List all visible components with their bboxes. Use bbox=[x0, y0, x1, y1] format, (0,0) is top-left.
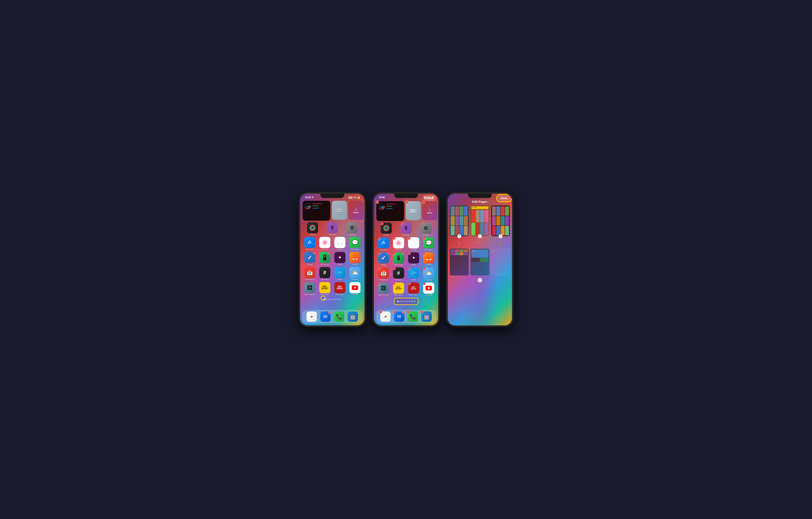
minus-settings-2[interactable] bbox=[420, 223, 423, 225]
minus-photos-2[interactable] bbox=[393, 237, 396, 240]
app-firefox-1[interactable]: 🦊 Firefox bbox=[348, 252, 362, 266]
page-thumb-2-3[interactable]: Something... bbox=[470, 205, 489, 236]
battery-icon-1: ▓ bbox=[358, 196, 359, 199]
minus-fantastical-2[interactable] bbox=[378, 268, 380, 270]
app-podcasts-2[interactable]: 🎙 Podcasts bbox=[401, 223, 412, 236]
app-whatsapp-2[interactable]: 📱 1 WhatsApp bbox=[392, 252, 406, 266]
app-messages-1[interactable]: 💬 Messages bbox=[348, 237, 362, 250]
minus-bbcnews-2[interactable] bbox=[408, 282, 411, 285]
health-fitness-widget-1[interactable]: Health & Fitness bbox=[332, 201, 347, 220]
dock-safari-2[interactable] bbox=[380, 311, 390, 322]
page-thumb-5-3[interactable]: Twitter Recent tweets... bbox=[470, 249, 489, 276]
minus-things-2[interactable] bbox=[378, 252, 380, 255]
app-youtube-2[interactable]: YouTube bbox=[422, 282, 436, 296]
app-things-1[interactable]: ✓ 3 Things bbox=[302, 252, 317, 266]
done-button-2[interactable]: Done bbox=[424, 196, 435, 200]
app-bbcsport-2[interactable]: BBCSPORT BBC Sport bbox=[392, 282, 406, 296]
fitness-widget-1[interactable]: 129/440KCAL 2/30MIN 5/12HRS bbox=[302, 201, 330, 221]
dock-tweetbot-1[interactable]: 🤖 bbox=[348, 311, 358, 322]
minus-whatsapp-2[interactable] bbox=[393, 252, 396, 255]
app-icon-youtube-1 bbox=[349, 282, 360, 293]
app-gmail-2[interactable]: Gmail bbox=[406, 237, 421, 251]
app-name-settings-2: Settings bbox=[423, 234, 429, 236]
minus-youtube-2[interactable] bbox=[423, 282, 426, 285]
app-weather-2[interactable]: ⛅ Weather bbox=[422, 268, 436, 281]
app-firefox-2[interactable]: 🦊 Firefox bbox=[422, 252, 436, 266]
app-podcasts-1[interactable]: 🎙 Podcasts bbox=[327, 222, 338, 236]
hf-widget-2[interactable]: Health & Fitness bbox=[406, 201, 421, 220]
app-twitter-1[interactable]: 🐦 Twitter bbox=[333, 267, 347, 280]
app-photos-2[interactable]: 🌸 Photos bbox=[392, 237, 406, 251]
minus-appleframes-2[interactable] bbox=[378, 282, 380, 285]
app-fitness-1[interactable]: Fitness bbox=[307, 222, 318, 236]
dock-phone-2[interactable]: 📞 bbox=[408, 311, 418, 322]
dock-safari-1[interactable] bbox=[307, 311, 317, 322]
app-appstore-2[interactable]: App Store bbox=[376, 237, 390, 251]
page-thumb-4-3[interactable] bbox=[450, 249, 469, 276]
app-weather-1[interactable]: ⛅ Weather bbox=[348, 267, 362, 280]
minus-safari-2[interactable] bbox=[379, 310, 382, 313]
minus-messages-2[interactable] bbox=[423, 237, 426, 240]
app-bbcsport-1[interactable]: BBCSPORT BBC Sport bbox=[318, 282, 332, 296]
minus-twitter-2[interactable] bbox=[408, 268, 411, 270]
dot-4-2 bbox=[404, 301, 406, 302]
app-icon-photos-1: 🌸 bbox=[319, 237, 330, 248]
music-widget-1[interactable]: ♪ Music bbox=[349, 201, 364, 220]
minus-tweetbot-2[interactable] bbox=[420, 310, 423, 313]
app-things-2[interactable]: ✓ 3 Things bbox=[376, 252, 390, 266]
app-bbcnews-2[interactable]: BBCNEWS BBC News bbox=[406, 282, 421, 296]
fitness-widget-2[interactable]: 129/440KCAL 2/30MIN 5/12HRS bbox=[376, 201, 404, 221]
minus-machash-2[interactable] bbox=[393, 268, 396, 270]
app-twitter-2[interactable]: 🐦 Twitter bbox=[406, 268, 421, 281]
page-thumb-3-3[interactable]: ✓ bbox=[491, 205, 510, 236]
app-appleframes-1[interactable]: 🖼 Apple Frames bbox=[302, 282, 317, 296]
rings-svg-2 bbox=[378, 203, 385, 210]
app-settings-1[interactable]: ⚙ Settings bbox=[347, 222, 358, 236]
app-messages-2[interactable]: 💬 Messages bbox=[422, 237, 436, 251]
app-settings-2[interactable]: ⚙ Settings bbox=[420, 223, 432, 236]
minus-mail-2[interactable] bbox=[393, 310, 396, 313]
minus-phone-2[interactable] bbox=[406, 310, 410, 313]
minus-firefox-2[interactable] bbox=[423, 252, 426, 255]
app-gmail-1[interactable]: Gmail bbox=[333, 237, 347, 250]
music-icon-2: ♪ bbox=[429, 208, 431, 212]
minus-slack-2[interactable] bbox=[408, 252, 411, 255]
app-bbcnews-1[interactable]: BBCNEWS BBC News bbox=[333, 282, 347, 296]
dock-mail-2[interactable]: ✉ 16 bbox=[394, 311, 404, 322]
app-machash-1[interactable]: # MacHash bbox=[318, 267, 332, 280]
done-button-3[interactable]: Done bbox=[498, 196, 510, 200]
minus-podcasts-2[interactable] bbox=[401, 223, 403, 225]
app-icon-firefox-2: 🦊 bbox=[423, 252, 434, 264]
dock-mail-1[interactable]: ✉ 16 bbox=[320, 311, 330, 322]
app-fantastical-1[interactable]: 📅 Fantastical bbox=[302, 267, 317, 280]
app-name-settings-1: Settings bbox=[349, 234, 355, 236]
page-thumb-1-3[interactable]: ✓ bbox=[450, 205, 469, 236]
minus-appstore-2[interactable] bbox=[378, 237, 380, 240]
app-icon-bbcsport-2: BBCSPORT bbox=[393, 282, 404, 294]
minus-hf-2[interactable] bbox=[405, 200, 408, 204]
music-widget-2[interactable]: ♪ Music bbox=[423, 201, 437, 220]
app-slack-1[interactable]: ✦ Slack bbox=[333, 252, 347, 266]
app-machash-2[interactable]: # MacHash bbox=[392, 268, 406, 281]
minus-gmail-2[interactable] bbox=[408, 237, 411, 240]
minus-weather-2[interactable] bbox=[423, 268, 426, 270]
app-fantastical-2[interactable]: 📅 Fantastical bbox=[376, 268, 390, 281]
page-check-3-3[interactable]: ✓ bbox=[498, 234, 502, 238]
app-photos-1[interactable]: 🌸 Photos bbox=[318, 237, 332, 250]
dock-tweetbot-2[interactable]: 🤖 bbox=[422, 311, 432, 322]
page-thumb-6-3[interactable] bbox=[491, 249, 510, 276]
page-check-1-3[interactable]: ✓ bbox=[457, 234, 461, 238]
app-fitness-2[interactable]: Fitness bbox=[381, 223, 392, 236]
minus-fitness-2[interactable] bbox=[376, 200, 379, 204]
page-check-2-3[interactable]: ✓ bbox=[478, 234, 482, 238]
minus-bbcsport-2[interactable] bbox=[393, 282, 396, 285]
app-slack-2[interactable]: ✦ Slack bbox=[406, 252, 421, 266]
app-youtube-1[interactable]: YouTube bbox=[348, 282, 362, 296]
bottom-check-3[interactable]: ✓ bbox=[478, 278, 482, 282]
app-appleframes-2[interactable]: 🖼 Apple Frames bbox=[376, 282, 390, 296]
app-whatsapp-1[interactable]: 📱 1 WhatsApp bbox=[318, 252, 332, 266]
minus-music-2[interactable] bbox=[422, 200, 425, 204]
dock-phone-1[interactable]: 📞 bbox=[334, 311, 344, 322]
mini-icon-3 bbox=[459, 226, 463, 235]
app-appstore-1[interactable]: App Store bbox=[302, 237, 317, 250]
